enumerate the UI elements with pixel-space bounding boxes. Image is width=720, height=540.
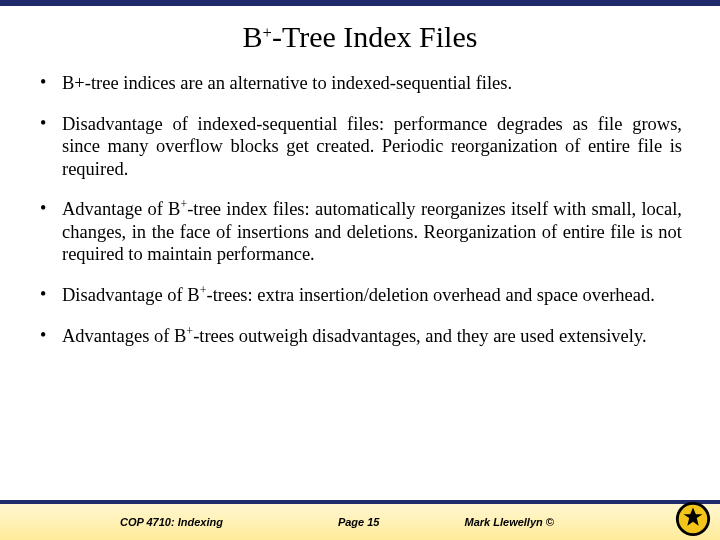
bullet-item: Disadvantage of B+-trees: extra insertio… — [38, 284, 682, 307]
footer-page: Page 15 — [338, 516, 380, 528]
bullet-post: -trees outweigh disadvantages, and they … — [193, 326, 646, 346]
title-sup: + — [263, 23, 272, 42]
bullet-post: -trees: extra insertion/deletion overhea… — [206, 285, 654, 305]
bullet-text: Disadvantage of indexed-sequential files… — [62, 114, 682, 179]
footer-author: Mark Llewellyn © — [465, 516, 554, 528]
bullet-item: Advantage of B+-tree index files: automa… — [38, 198, 682, 266]
footer-course: COP 4710: Indexing — [120, 516, 223, 528]
bullet-text: B+-tree indices are an alternative to in… — [62, 73, 512, 93]
footer: COP 4710: Indexing Page 15 Mark Llewelly… — [0, 504, 720, 540]
slide-content: B+-Tree Index Files B+-tree indices are … — [0, 6, 720, 347]
bullet-pre: Advantage of B — [62, 199, 180, 219]
bullet-list: B+-tree indices are an alternative to in… — [32, 72, 688, 347]
title-post: -Tree Index Files — [272, 20, 478, 53]
bullet-item: Advantages of B+-trees outweigh disadvan… — [38, 325, 682, 348]
slide-title: B+-Tree Index Files — [32, 20, 688, 54]
title-pre: B — [243, 20, 263, 53]
ucf-logo-icon — [674, 500, 712, 538]
bullet-item: Disadvantage of indexed-sequential files… — [38, 113, 682, 181]
bullet-item: B+-tree indices are an alternative to in… — [38, 72, 682, 95]
bullet-pre: Disadvantage of B — [62, 285, 200, 305]
bullet-pre: Advantages of B — [62, 326, 186, 346]
